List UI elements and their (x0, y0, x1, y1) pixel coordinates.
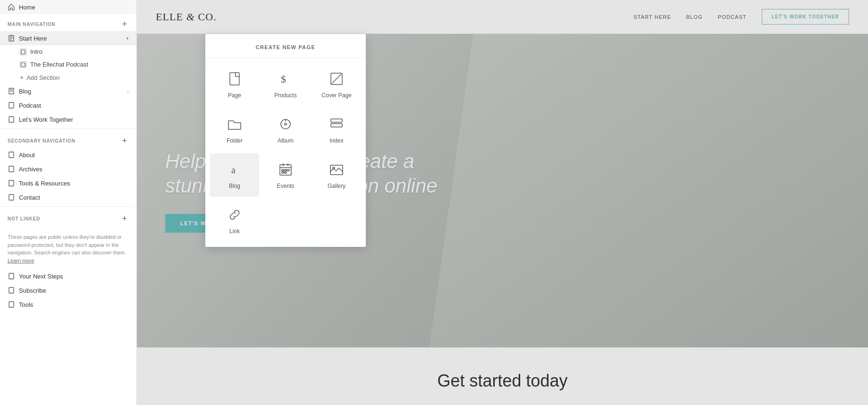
sidebar-item-tools[interactable]: Tools (0, 297, 136, 312)
secondary-nav-add-button[interactable]: + (120, 136, 129, 145)
not-linked-section-header: NOT LINKED + (0, 209, 136, 226)
svg-rect-32 (282, 169, 284, 171)
archives-nav-icon (8, 165, 15, 173)
svg-rect-12 (9, 166, 14, 172)
not-linked-title: NOT LINKED (8, 216, 40, 221)
modal-item-label: Page (228, 92, 241, 99)
sidebar-item-label: Blog (19, 88, 31, 95)
svg-rect-33 (285, 169, 287, 171)
modal-item-label: Events (277, 183, 295, 189)
page-nav-icon (8, 34, 15, 42)
sub-item-label: Intro (30, 48, 42, 55)
modal-item-page[interactable]: Page (210, 63, 259, 106)
sidebar-item-label: Subscribe (19, 287, 46, 294)
main-nav-section: MAIN NAVIGATION + (0, 14, 136, 31)
create-page-modal: CREATE NEW PAGE Page $ (205, 34, 366, 247)
sidebar-sub-item-intro[interactable]: Intro (0, 45, 136, 58)
add-section-label: Add Section (26, 74, 59, 81)
sidebar-item-label: Tools (19, 301, 33, 308)
svg-rect-35 (282, 172, 284, 173)
sidebar-home-row[interactable]: Home (0, 0, 136, 14)
modal-item-products[interactable]: $ Products (261, 63, 310, 106)
sidebar-item-label: Contact (19, 194, 40, 201)
products-icon: $ (277, 70, 294, 87)
sidebar-item-your-next-steps[interactable]: Your Next Steps (0, 269, 136, 283)
sub-page-icon (20, 49, 26, 55)
svg-rect-9 (9, 102, 14, 108)
chevron-down-icon: ▾ (126, 35, 129, 42)
modal-item-label: Gallery (328, 183, 346, 189)
sub-page-icon2 (20, 61, 26, 68)
sidebar-item-archives[interactable]: Archives (0, 162, 136, 176)
svg-rect-4 (21, 50, 25, 54)
modal-item-album[interactable]: Album (261, 108, 310, 152)
tools-icon (8, 301, 15, 308)
sidebar-item-label: Your Next Steps (19, 273, 63, 280)
modal-item-blog[interactable]: a Blog (210, 153, 259, 197)
gallery-icon (328, 161, 345, 178)
home-icon (8, 3, 15, 11)
modal-item-label: Products (274, 92, 296, 99)
svg-rect-5 (21, 63, 25, 67)
modal-title: CREATE NEW PAGE (256, 44, 315, 50)
svg-rect-14 (9, 194, 14, 200)
podcast-nav-icon (8, 101, 15, 109)
not-linked-description: These pages are public unless they're di… (0, 226, 136, 269)
svg-point-38 (333, 167, 335, 169)
sidebar-item-blog[interactable]: Blog › (0, 84, 136, 98)
sidebar-item-contact[interactable]: Contact (0, 190, 136, 204)
sidebar-item-about[interactable]: About (0, 148, 136, 162)
blog-nav-icon (8, 87, 15, 95)
tools-nav-icon (8, 179, 15, 187)
svg-rect-36 (285, 172, 287, 173)
add-section-row[interactable]: + Add Section (0, 71, 136, 84)
modal-item-label: Folder (227, 137, 243, 144)
secondary-nav-section: SECONDARY NAVIGATION + (0, 131, 136, 148)
modal-item-folder[interactable]: Folder (210, 108, 259, 152)
svg-rect-15 (9, 273, 14, 279)
sidebar: Home MAIN NAVIGATION + Start Here ▾ Intr… (0, 0, 137, 405)
modal-item-gallery[interactable]: Gallery (312, 153, 361, 197)
sub-item-label2: The Ellechat Podcast (30, 61, 88, 68)
modal-item-label: Index (329, 137, 343, 144)
modal-item-cover-page[interactable]: Cover Page (312, 63, 361, 106)
main-content: ELLE & CO. START HERE BLOG PODCAST LET'S… (137, 0, 868, 405)
modal-item-label: Album (278, 137, 294, 144)
events-icon (277, 161, 294, 178)
sidebar-item-label: Archives (19, 166, 42, 173)
svg-rect-16 (9, 287, 14, 293)
modal-item-events[interactable]: Events (261, 153, 310, 197)
svg-rect-13 (9, 180, 14, 186)
modal-item-link[interactable]: Link (210, 199, 259, 242)
svg-rect-34 (287, 169, 289, 171)
not-linked-add-button[interactable]: + (120, 214, 129, 223)
sidebar-item-tools-resources[interactable]: Tools & Resources (0, 176, 136, 190)
main-nav-add-button[interactable]: + (120, 20, 129, 28)
sidebar-home-label: Home (19, 4, 35, 11)
index-icon (328, 116, 345, 133)
svg-rect-25 (331, 119, 342, 122)
sidebar-item-label: Tools & Resources (19, 180, 70, 187)
cover-page-icon (328, 70, 345, 87)
svg-text:$: $ (281, 73, 286, 85)
sidebar-sub-item-ellechat[interactable]: The Ellechat Podcast (0, 58, 136, 71)
next-steps-nav-icon (8, 272, 15, 280)
modal-item-index[interactable]: Index (312, 108, 361, 152)
sidebar-item-subscribe[interactable]: Subscribe (0, 283, 136, 297)
sidebar-item-lets-work-together[interactable]: Let's Work Together (0, 112, 136, 127)
modal-header: CREATE NEW PAGE (205, 34, 366, 58)
modal-item-label: Cover Page (321, 92, 351, 99)
svg-rect-11 (9, 152, 14, 158)
link-icon (226, 206, 243, 223)
add-section-plus-icon: + (20, 74, 24, 81)
sidebar-item-start-here[interactable]: Start Here ▾ (0, 31, 136, 45)
folder-icon (226, 116, 243, 133)
sidebar-item-label: Start Here (19, 35, 47, 42)
sidebar-item-label: About (19, 152, 35, 159)
sidebar-item-podcast[interactable]: Podcast (0, 98, 136, 112)
modal-item-label: Blog (229, 183, 240, 189)
about-nav-icon (8, 151, 15, 159)
learn-more-link[interactable]: Learn more (8, 258, 34, 263)
album-icon (277, 116, 294, 133)
blog-icon: a (226, 161, 243, 178)
